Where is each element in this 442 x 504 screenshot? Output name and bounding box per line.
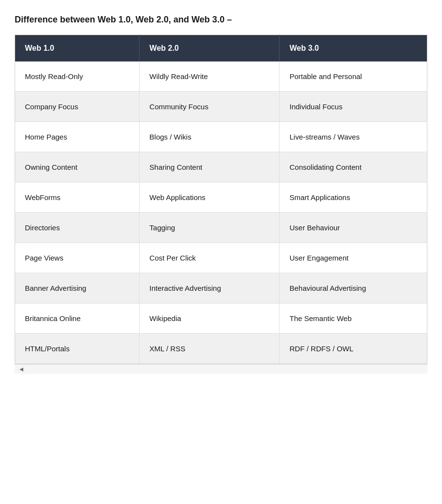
table-cell: Web Applications <box>140 182 280 213</box>
table-cell: Live-streams / Waves <box>280 122 427 152</box>
table-body: Mostly Read-OnlyWildly Read-WritePortabl… <box>15 61 427 364</box>
header-row: Web 1.0 Web 2.0 Web 3.0 <box>15 35 427 62</box>
table-header: Web 1.0 Web 2.0 Web 3.0 <box>15 35 427 62</box>
comparison-table: Web 1.0 Web 2.0 Web 3.0 Mostly Read-Only… <box>15 35 427 364</box>
table-row: Company FocusCommunity FocusIndividual F… <box>15 92 427 122</box>
table-cell: Individual Focus <box>280 92 427 122</box>
table-row: WebFormsWeb ApplicationsSmart Applicatio… <box>15 182 427 213</box>
table-cell: Consolidating Content <box>280 152 427 182</box>
table-cell: Tagging <box>140 213 280 243</box>
table-row: Britannica OnlineWikipediaThe Semantic W… <box>15 303 427 334</box>
table-cell: Banner Advertising <box>15 273 140 303</box>
table-cell: Mostly Read-Only <box>15 61 140 92</box>
table-cell: User Behaviour <box>280 213 427 243</box>
table-cell: Wikipedia <box>140 303 280 334</box>
table-cell: WebForms <box>15 182 140 213</box>
table-cell: The Semantic Web <box>280 303 427 334</box>
table-cell: Wildly Read-Write <box>140 61 280 92</box>
table-cell: Page Views <box>15 243 140 273</box>
scroll-indicator: ◀ <box>15 364 427 374</box>
table-cell: Home Pages <box>15 122 140 152</box>
table-cell: Interactive Advertising <box>140 273 280 303</box>
table-cell: Blogs / Wikis <box>140 122 280 152</box>
table-cell: Cost Per Click <box>140 243 280 273</box>
table-cell: RDF / RDFS / OWL <box>280 334 427 364</box>
table-row: Mostly Read-OnlyWildly Read-WritePortabl… <box>15 61 427 92</box>
table-cell: Behavioural Advertising <box>280 273 427 303</box>
table-cell: XML / RSS <box>140 334 280 364</box>
table-cell: Community Focus <box>140 92 280 122</box>
table-cell: Owning Content <box>15 152 140 182</box>
table-row: HTML/PortalsXML / RSSRDF / RDFS / OWL <box>15 334 427 364</box>
table-cell: User Engagement <box>280 243 427 273</box>
table-cell: Sharing Content <box>140 152 280 182</box>
table-cell: HTML/Portals <box>15 334 140 364</box>
table-row: DirectoriesTaggingUser Behaviour <box>15 213 427 243</box>
col-header-web2: Web 2.0 <box>140 35 280 62</box>
scroll-arrow: ◀ <box>20 366 23 372</box>
table-row: Owning ContentSharing ContentConsolidati… <box>15 152 427 182</box>
table-row: Home PagesBlogs / WikisLive-streams / Wa… <box>15 122 427 152</box>
col-header-web1: Web 1.0 <box>15 35 140 62</box>
table-cell: Britannica Online <box>15 303 140 334</box>
table-cell: Smart Applications <box>280 182 427 213</box>
col-header-web3: Web 3.0 <box>280 35 427 62</box>
table-cell: Company Focus <box>15 92 140 122</box>
page-title: Difference between Web 1.0, Web 2.0, and… <box>15 10 427 25</box>
table-row: Banner AdvertisingInteractive Advertisin… <box>15 273 427 303</box>
table-row: Page ViewsCost Per ClickUser Engagement <box>15 243 427 273</box>
table-cell: Portable and Personal <box>280 61 427 92</box>
table-cell: Directories <box>15 213 140 243</box>
